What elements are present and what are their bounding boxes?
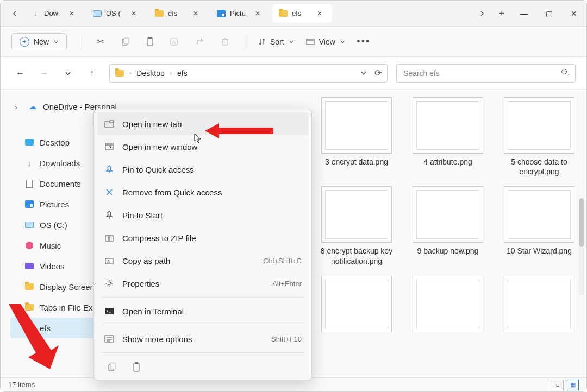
context-menu-show-more-options[interactable]: Show more optionsShift+F10: [97, 327, 308, 350]
file-thumbnail: [413, 97, 483, 154]
sidebar-item-label: Downloads: [40, 159, 80, 168]
context-menu-label: Copy as path: [122, 256, 170, 265]
thumbnails-view-toggle[interactable]: ▦: [567, 380, 579, 390]
svg-rect-19: [110, 363, 115, 369]
tab-label: OS (: [106, 9, 127, 17]
copy-icon[interactable]: [104, 359, 119, 375]
tab-label: Dow: [44, 9, 65, 17]
svg-rect-21: [135, 362, 138, 364]
back-button[interactable]: ←: [11, 65, 29, 82]
item-count: 17 items: [8, 381, 35, 389]
forward-button[interactable]: →: [35, 65, 53, 82]
file-item[interactable]: 4 attribute.png: [407, 97, 489, 176]
tab-efs[interactable]: efs✕: [272, 4, 332, 23]
file-item[interactable]: [498, 276, 580, 336]
sidebar-item-icon: [24, 179, 34, 188]
tab-efs[interactable]: efs✕: [148, 4, 208, 23]
tab-close-icon[interactable]: ✕: [317, 10, 326, 17]
sidebar-item-icon: [24, 137, 34, 147]
context-menu-label: Properties: [122, 279, 159, 288]
context-menu-label: Pin to Quick access: [122, 165, 194, 174]
context-menu-label: Pin to Start: [122, 211, 163, 220]
maximize-button[interactable]: ▢: [536, 3, 561, 24]
tab-close-icon[interactable]: ✕: [255, 10, 264, 17]
more-button[interactable]: •••: [357, 35, 370, 48]
context-menu-separator: [102, 325, 304, 325]
zip-icon: [104, 232, 115, 243]
address-dropdown-icon[interactable]: [360, 68, 367, 78]
file-item[interactable]: 3 encrypt data.png: [316, 97, 397, 176]
file-thumbnail: [321, 97, 392, 154]
open-tab-icon: [104, 118, 115, 129]
crumb-efs[interactable]: efs: [177, 69, 188, 78]
copy-icon[interactable]: [118, 35, 132, 48]
pin-start-icon: [104, 210, 115, 220]
view-button[interactable]: View: [306, 37, 345, 46]
refresh-icon[interactable]: ⟳: [374, 68, 382, 78]
tab-icon: [279, 9, 288, 18]
file-item[interactable]: 5 choose data to encrypt.png: [498, 97, 580, 176]
context-menu-open-in-new-window[interactable]: Open in new window: [97, 135, 308, 158]
properties-icon: [104, 278, 115, 289]
sidebar-item-icon: [24, 199, 34, 209]
svg-rect-2: [147, 38, 153, 46]
context-menu-open-in-terminal[interactable]: Open in Terminal: [97, 300, 308, 323]
context-menu-pin-to-start[interactable]: Pin to Start: [97, 204, 308, 226]
address-box[interactable]: › Desktop › efs ⟳: [109, 64, 388, 83]
close-button[interactable]: ✕: [561, 3, 586, 24]
pin-icon: [104, 164, 115, 175]
context-menu-remove-from-quick-access[interactable]: Remove from Quick access: [97, 181, 308, 204]
file-item[interactable]: [407, 276, 489, 336]
tab-scroll-right[interactable]: [472, 5, 492, 22]
context-menu-compress-to-zip-file[interactable]: Compress to ZIP file: [97, 226, 308, 249]
search-input[interactable]: Search efs: [396, 64, 576, 83]
share-icon[interactable]: [193, 35, 207, 48]
file-item[interactable]: 9 backup now.png: [407, 186, 489, 265]
new-tab-button[interactable]: ＋: [492, 5, 511, 22]
tab-label: efs: [168, 9, 189, 17]
annotation-arrow-1: [205, 121, 276, 143]
tab-close-icon[interactable]: ✕: [131, 10, 140, 17]
up-button[interactable]: ↑: [83, 65, 101, 82]
minimize-button[interactable]: —: [511, 3, 536, 24]
context-menu-pin-to-quick-access[interactable]: Pin to Quick access: [97, 158, 308, 181]
tab-dow[interactable]: ↓Dow✕: [24, 4, 84, 23]
paste-icon[interactable]: [143, 35, 157, 48]
tab-close-icon[interactable]: ✕: [193, 10, 202, 17]
paste-icon[interactable]: [129, 359, 144, 375]
addressbar: ← → ↑ › Desktop › efs ⟳ Search efs: [1, 57, 586, 90]
rename-icon[interactable]: A: [168, 35, 182, 48]
tab-icon: [93, 9, 102, 18]
recent-button[interactable]: [59, 65, 77, 82]
tab-icon: [217, 9, 226, 18]
context-menu-label: Open in new window: [122, 142, 197, 151]
svg-rect-10: [110, 121, 114, 123]
scrollbar[interactable]: [579, 198, 584, 296]
new-button[interactable]: + New: [11, 33, 67, 50]
sidebar-item-icon: [24, 261, 34, 271]
file-item[interactable]: 8 encrypt backup key notification.png: [316, 186, 397, 265]
search-icon: [561, 68, 569, 78]
delete-icon[interactable]: [218, 35, 232, 48]
svg-rect-7: [307, 39, 314, 45]
file-item[interactable]: 10 Star Wizard.png: [498, 186, 580, 265]
svg-text:A: A: [107, 259, 110, 264]
svg-rect-12: [105, 236, 113, 241]
tab-pictu[interactable]: Pictu✕: [210, 4, 270, 23]
svg-rect-16: [105, 308, 114, 314]
tab-os ([interactable]: OS (✕: [86, 4, 146, 23]
tab-close-icon[interactable]: ✕: [69, 10, 78, 17]
crumb-desktop[interactable]: Desktop: [136, 69, 164, 78]
context-menu-open-in-new-tab[interactable]: Open in new tab: [97, 112, 308, 135]
context-menu-label: Compress to ZIP file: [122, 233, 196, 243]
context-menu-copy-as-path[interactable]: ACopy as pathCtrl+Shift+C: [97, 249, 308, 272]
toolbar: + New ✂ A Sort View •••: [1, 27, 586, 57]
scroll-thumb[interactable]: [579, 198, 584, 247]
new-label: New: [34, 37, 49, 46]
sort-button[interactable]: Sort: [258, 37, 294, 46]
file-item[interactable]: [316, 276, 397, 336]
tab-scroll-left[interactable]: [5, 5, 24, 22]
context-menu-properties[interactable]: PropertiesAlt+Enter: [97, 272, 308, 295]
details-view-toggle[interactable]: ≡: [552, 380, 564, 390]
cut-icon[interactable]: ✂: [93, 35, 107, 48]
